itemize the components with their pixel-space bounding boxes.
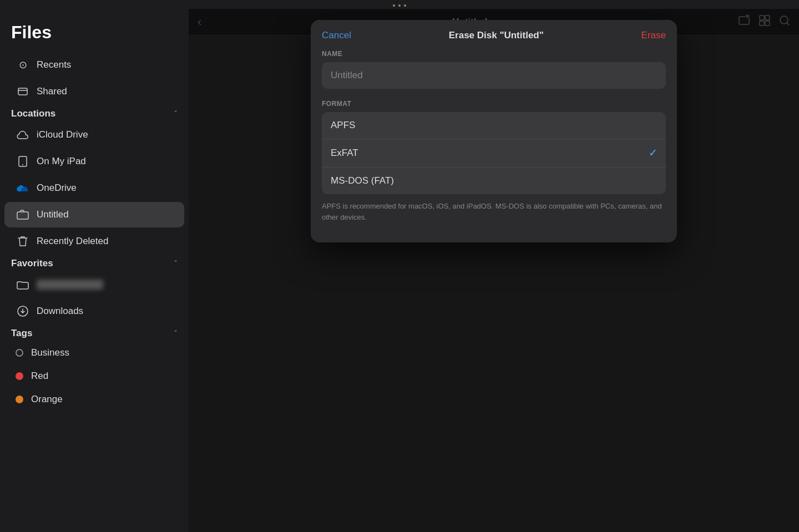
recently-deleted-label: Recently Deleted: [37, 236, 108, 247]
format-list: APFS ExFAT ✓ MS-DOS (FAT): [322, 112, 666, 194]
dot-1: [393, 4, 395, 7]
format-field-label: FORMAT: [322, 100, 666, 108]
untitled-label: Untitled: [37, 209, 69, 220]
tags-chevron-icon: ˅: [174, 329, 178, 338]
untitled-drive-icon: [16, 207, 30, 222]
main-content: ‹ Untitled: [189, 9, 799, 532]
sidebar-item-shared[interactable]: Shared: [4, 79, 184, 104]
name-field-label: NAME: [322, 50, 666, 58]
format-item-exfat[interactable]: ExFAT ✓: [322, 139, 666, 168]
favorites-section-header[interactable]: Favorites ˅: [0, 255, 189, 271]
locations-chevron-icon: ˅: [174, 109, 178, 118]
exfat-check-icon: ✓: [649, 147, 657, 159]
sidebar-item-untitled[interactable]: Untitled: [4, 202, 184, 227]
svg-point-2: [22, 164, 23, 165]
exfat-label: ExFAT: [331, 148, 358, 159]
format-item-apfs[interactable]: APFS: [322, 112, 666, 139]
business-label: Business: [31, 347, 69, 358]
svg-rect-0: [18, 88, 27, 95]
orange-dot-icon: [16, 396, 23, 403]
sidebar-item-orange[interactable]: Orange: [4, 388, 184, 411]
format-item-msdos[interactable]: MS-DOS (FAT): [322, 168, 666, 194]
onedrive-label: OneDrive: [37, 183, 77, 194]
sidebar-item-red[interactable]: Red: [4, 365, 184, 387]
sidebar-item-recently-deleted[interactable]: Recently Deleted: [4, 229, 184, 254]
sidebar-item-recents[interactable]: ⊙ Recents: [4, 52, 184, 78]
locations-section-label: Locations: [11, 108, 55, 119]
modal-header: Cancel Erase Disk "Untitled" Erase: [311, 20, 677, 50]
sidebar-item-business[interactable]: Business: [4, 342, 184, 364]
format-section: FORMAT APFS ExFAT ✓ MS-DOS (FAT): [322, 100, 666, 222]
blurred-item-label: [37, 280, 103, 290]
business-dot-icon: [16, 349, 23, 357]
red-label: Red: [31, 371, 48, 382]
tags-section-label: Tags: [11, 328, 32, 339]
sidebar-item-blurred[interactable]: [4, 272, 184, 297]
icloud-label: iCloud Drive: [37, 129, 88, 140]
icloud-icon: [16, 128, 30, 142]
sidebar-item-ipad[interactable]: On My iPad: [4, 149, 184, 174]
modal-overlay: Cancel Erase Disk "Untitled" Erase NAME …: [189, 9, 799, 532]
downloads-icon: [16, 304, 30, 318]
msdos-label: MS-DOS (FAT): [331, 175, 394, 186]
sidebar-item-onedrive[interactable]: OneDrive: [4, 175, 184, 201]
sidebar-item-icloud[interactable]: iCloud Drive: [4, 122, 184, 148]
tags-section-header[interactable]: Tags ˅: [0, 325, 189, 341]
sidebar-title: Files: [0, 18, 189, 52]
blurred-folder-icon: [16, 277, 30, 292]
shared-label: Shared: [37, 86, 67, 97]
cancel-button[interactable]: Cancel: [322, 30, 351, 41]
red-dot-icon: [16, 372, 23, 380]
shared-icon: [16, 84, 30, 99]
trash-icon: [16, 234, 30, 249]
erase-disk-modal: Cancel Erase Disk "Untitled" Erase NAME …: [311, 20, 677, 242]
apfs-label: APFS: [331, 120, 355, 131]
favorites-section-label: Favorites: [11, 258, 53, 269]
sidebar-item-downloads[interactable]: Downloads: [4, 298, 184, 324]
sidebar: Files ⊙ Recents Shared Locations ˅: [0, 9, 189, 532]
format-description: APFS is recommended for macOS, iOS, and …: [322, 201, 666, 222]
onedrive-icon: [16, 181, 30, 195]
svg-rect-3: [17, 212, 28, 219]
downloads-label: Downloads: [37, 306, 83, 317]
ipad-label: On My iPad: [37, 156, 86, 167]
top-dots-bar: [0, 0, 799, 9]
locations-section-header[interactable]: Locations ˅: [0, 105, 189, 121]
favorites-chevron-icon: ˅: [174, 259, 178, 268]
dot-2: [398, 4, 401, 7]
recents-label: Recents: [37, 59, 71, 70]
modal-title: Erase Disk "Untitled": [449, 30, 544, 41]
ipad-icon: [16, 154, 30, 169]
disk-name-input[interactable]: [322, 62, 666, 89]
dot-3: [404, 4, 406, 7]
recents-icon: ⊙: [16, 58, 30, 72]
erase-button[interactable]: Erase: [641, 30, 666, 41]
orange-label: Orange: [31, 394, 63, 405]
modal-body: NAME FORMAT APFS ExFAT ✓: [311, 50, 677, 242]
